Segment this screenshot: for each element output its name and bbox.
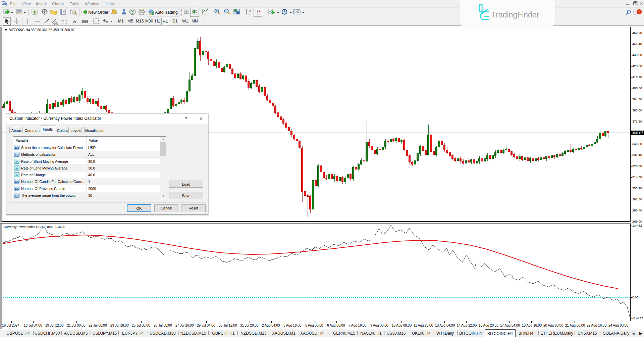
svg-text:F: F [66, 23, 67, 25]
svg-text:1: 1 [638, 10, 640, 14]
svg-text:E: E [56, 22, 58, 25]
